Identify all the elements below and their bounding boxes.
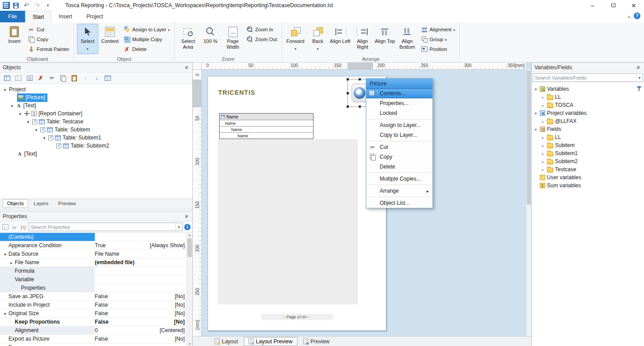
tree-item-fields[interactable]: Fields — [532, 125, 644, 133]
selection-handle[interactable] — [359, 105, 361, 108]
minimize-button[interactable] — [582, 0, 603, 11]
tree-item-picture[interactable]: [Picture] — [0, 93, 192, 101]
back-button[interactable]: Back — [307, 24, 329, 54]
expander-open-icon[interactable] — [10, 102, 14, 109]
align-bottom-button[interactable]: Align Bottom — [397, 24, 418, 54]
edit-grid-button[interactable] — [104, 75, 111, 82]
categorize-button[interactable] — [2, 224, 9, 231]
expander-open-icon[interactable] — [18, 110, 22, 117]
expander-closed-icon[interactable] — [541, 150, 545, 156]
zoom-in-button[interactable]: Zoom In — [245, 25, 279, 34]
tree-item-sum-variables[interactable]: Sum variables — [532, 181, 644, 190]
search-dropdown-icon[interactable] — [636, 74, 643, 81]
select-area-button[interactable]: Select Area — [178, 24, 199, 54]
undo-button[interactable] — [21, 1, 31, 10]
table-row[interactable]: Name — [220, 114, 313, 120]
align-top-button[interactable]: Align Top — [374, 24, 396, 54]
checkbox-checked-icon[interactable] — [40, 127, 45, 132]
checkbox-checked-icon[interactable] — [56, 143, 61, 148]
help-icon[interactable] — [634, 13, 640, 19]
tree-item-tosca[interactable]: TOSCA — [532, 101, 644, 109]
tree-item-testcase[interactable]: Testcase — [532, 165, 644, 173]
new-table-outline-button[interactable] — [15, 75, 22, 82]
tree-item-ll[interactable]: LL — [532, 93, 644, 101]
qat-menu-button[interactable] — [43, 1, 53, 10]
collapse-ribbon-icon[interactable] — [628, 13, 630, 19]
select-button[interactable]: Select — [77, 24, 98, 54]
property-row-variable[interactable]: Variable — [0, 275, 186, 284]
menu-item-assign-to-layer[interactable]: Assign to Layer... — [366, 120, 432, 130]
tree-item-text-1[interactable]: [Text] — [0, 101, 192, 110]
close-icon[interactable] — [183, 213, 190, 220]
expander-open-icon[interactable] — [534, 86, 538, 92]
object-list-button[interactable] — [26, 75, 33, 82]
report-page[interactable]: TRICENTIS Name Name Name Name - Page 1/=… — [208, 76, 386, 331]
info-icon[interactable] — [184, 224, 191, 230]
delete-object-button[interactable] — [37, 75, 44, 82]
tree-item-fields-ll[interactable]: LL — [532, 133, 644, 141]
expander-closed-icon[interactable] — [541, 158, 545, 165]
menu-item-cut[interactable]: Cut — [366, 142, 432, 152]
property-row-include-in-project[interactable]: Include in Project False [No] — [0, 301, 186, 309]
tree-item-subitem[interactable]: Subitem — [532, 141, 644, 149]
paste-object-button[interactable] — [71, 75, 78, 82]
group-button[interactable]: Group — [419, 35, 457, 44]
tab-preview-mini[interactable]: Preview — [54, 199, 80, 208]
cut-button[interactable]: Cut — [26, 25, 71, 34]
content-button[interactable]: Content — [99, 24, 121, 54]
property-row-alignment[interactable]: Alignment 0 [Centered] — [0, 326, 186, 335]
expander-closed-icon[interactable] — [541, 142, 545, 148]
tab-layers[interactable]: Layers — [29, 199, 53, 208]
expander-closed-icon[interactable] — [3, 344, 8, 346]
table-row[interactable]: Name — [220, 132, 313, 139]
page-footer-text[interactable]: - Page 1/=0= - — [261, 314, 333, 320]
alignment-button[interactable]: Alignment — [419, 25, 457, 34]
save-button[interactable] — [11, 1, 21, 10]
align-right-button[interactable]: Align Right — [352, 24, 373, 54]
move-up-button[interactable] — [82, 75, 89, 82]
tree-item-user-variables[interactable]: User variables — [532, 173, 644, 181]
page-logo-text[interactable]: TRICENTIS — [218, 89, 255, 96]
tab-project[interactable]: Project — [79, 11, 110, 22]
expander-open-icon[interactable] — [3, 310, 8, 316]
menu-item-multiple-copies[interactable]: Multiple Copies... — [366, 174, 432, 184]
filter-icon[interactable] — [636, 86, 642, 91]
tree-item-project-variables[interactable]: Project variables — [532, 109, 644, 117]
format-painter-button[interactable]: Format Painter — [26, 45, 71, 54]
menu-item-properties[interactable]: Properties... — [366, 98, 432, 108]
report-table-object[interactable]: Name Name Name Name — [219, 113, 314, 139]
tree-item-project[interactable]: Project — [0, 85, 192, 93]
delete-button[interactable]: Delete — [122, 45, 172, 54]
checkbox-checked-icon[interactable] — [48, 135, 53, 140]
sort-button[interactable] — [11, 224, 18, 231]
variables-search-input[interactable] — [533, 74, 636, 81]
zoom-100-button[interactable]: 100 % — [200, 24, 221, 54]
multiple-copy-button[interactable]: Multiple Copy — [122, 35, 172, 44]
tree-item-text-2[interactable]: [Text] — [0, 150, 192, 158]
selection-handle[interactable] — [347, 78, 349, 80]
tab-start[interactable]: Start — [25, 11, 51, 22]
table-row[interactable]: Name — [220, 126, 313, 132]
selection-handle[interactable] — [359, 78, 361, 80]
scrollbar-thumb[interactable] — [527, 71, 531, 205]
report-container-region[interactable] — [218, 139, 358, 304]
assign-to-layer-button[interactable]: Assign to Layer — [122, 25, 172, 34]
copy-button[interactable]: Copy — [26, 35, 71, 44]
property-row-formula[interactable]: Formula — [0, 267, 186, 275]
tree-item-table-testcase[interactable]: Table: Testcase — [0, 118, 192, 126]
canvas[interactable]: TRICENTIS Name Name Name Name - Page 1/=… — [202, 70, 526, 336]
menu-item-locked[interactable]: Locked — [366, 108, 432, 118]
tab-layout-preview[interactable]: Layout Preview — [244, 337, 297, 346]
menu-item-contents[interactable]: Contents... — [366, 89, 432, 98]
expander-closed-icon[interactable] — [541, 102, 545, 108]
expander-open-icon[interactable] — [34, 127, 38, 133]
tab-preview[interactable]: Preview — [298, 337, 335, 346]
close-icon[interactable] — [183, 64, 190, 71]
tree-item-llfax[interactable]: @LLFAX — [532, 117, 644, 125]
tab-file[interactable]: File — [0, 11, 25, 22]
expander-closed-icon[interactable] — [541, 134, 545, 140]
expander-open-icon[interactable] — [534, 110, 538, 116]
cut-object-button[interactable] — [48, 75, 55, 82]
search-dropdown-icon[interactable] — [175, 223, 182, 231]
selection-handle[interactable] — [347, 92, 349, 94]
